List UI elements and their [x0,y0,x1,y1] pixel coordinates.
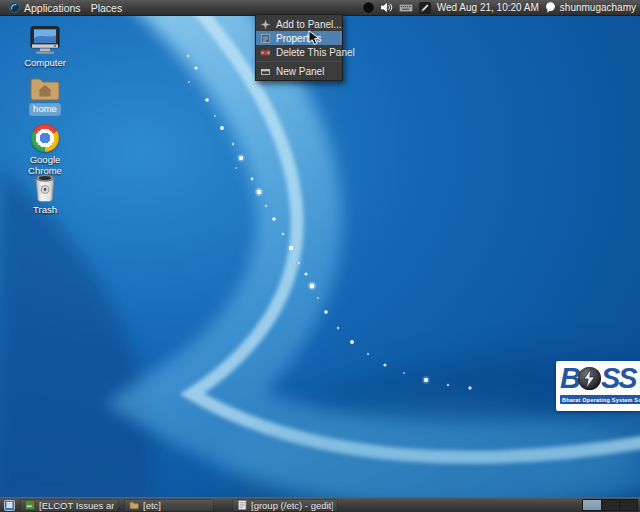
folder-icon [129,500,139,510]
desktop-icon-trash[interactable]: Trash [13,173,77,216]
show-desktop-icon [4,500,15,511]
mouse-cursor [308,30,321,46]
new-panel-icon [260,66,271,77]
task-label: [group (/etc) - gedit] [251,500,333,511]
lightning-bolt-icon [583,369,596,388]
bottom-panel: [ELCOT Issues and So... [etc] [group (/e… [0,497,640,512]
applications-menu-label: Applications [24,2,81,14]
clock[interactable]: Wed Aug 21, 10:20 AM [437,2,539,13]
add-to-panel-icon [260,19,271,30]
boss-letter-b: B [560,364,579,393]
properties-icon [260,33,271,44]
workspace-2[interactable] [601,500,619,510]
workspace-3[interactable] [619,500,637,510]
menu-separator [257,61,341,62]
boss-letters-ss: SS [601,364,636,393]
wallpaper-blue-swoosh [0,16,640,497]
boss-logo: B SS Bharat Operating System Solutions [556,361,640,411]
menu-item-delete-this-panel[interactable]: Delete This Panel [256,45,342,59]
desktop-icon-home[interactable]: home [13,76,77,115]
show-desktop-button[interactable] [2,499,16,512]
boss-linux-desktop: Applications Places [0,0,640,512]
places-menu-label: Places [91,2,123,14]
applications-menu[interactable]: Applications [4,0,86,15]
chrome-logo-icon [31,124,59,152]
desktop-icon-computer[interactable]: Computer [13,26,77,69]
trash-can-icon [32,173,58,202]
chat-bubble-icon [545,2,556,13]
top-panel-tray: Wed Aug 21, 10:20 AM shunmugachamy [363,2,636,14]
desktop-area[interactable]: Computer home Google Chrome [0,16,640,497]
menu-item-add-to-panel[interactable]: Add to Panel... [256,17,342,31]
menu-item-label: New Panel [276,66,324,77]
desktop-icon-google-chrome[interactable]: Google Chrome [13,124,77,177]
menu-item-label: Delete This Panel [276,47,355,58]
task-button-gedit[interactable]: [group (/etc) - gedit] [232,499,338,512]
computer-monitor-icon [28,26,62,55]
boss-globe-icon [578,367,601,390]
task-label: [etc] [143,500,161,511]
indicator-circle-icon[interactable] [363,2,374,13]
elcot-app-icon [25,500,35,510]
icon-label-home: home [30,104,60,115]
workspace-switcher [582,499,638,511]
icon-label-trash: Trash [33,205,57,216]
icon-label-computer: Computer [24,58,66,69]
menu-item-new-panel[interactable]: New Panel [256,64,342,78]
boss-logo-letters: B SS [560,363,640,394]
boss-tagline: Bharat Operating System Solutions [560,395,640,404]
menu-item-properties[interactable]: Properties [256,31,342,45]
username: shunmugachamy [560,2,636,13]
menu-item-label: Add to Panel... [276,19,342,30]
boss-menu-icon [9,2,20,13]
home-folder-icon [29,76,61,101]
task-button-etc[interactable]: [etc] [124,499,214,512]
keyboard-icon[interactable] [399,3,413,13]
places-menu[interactable]: Places [86,0,128,15]
task-label: [ELCOT Issues and So... [39,500,114,511]
user-menu[interactable]: shunmugachamy [545,2,636,13]
panel-context-menu: Add to Panel... Properties Delete This P… [255,14,343,81]
input-pen-icon[interactable] [419,2,431,14]
workspace-1[interactable] [583,500,601,510]
volume-icon[interactable] [380,2,393,13]
gedit-icon [237,500,247,510]
delete-panel-icon [260,47,271,58]
task-button-elcot[interactable]: [ELCOT Issues and So... [20,499,119,512]
